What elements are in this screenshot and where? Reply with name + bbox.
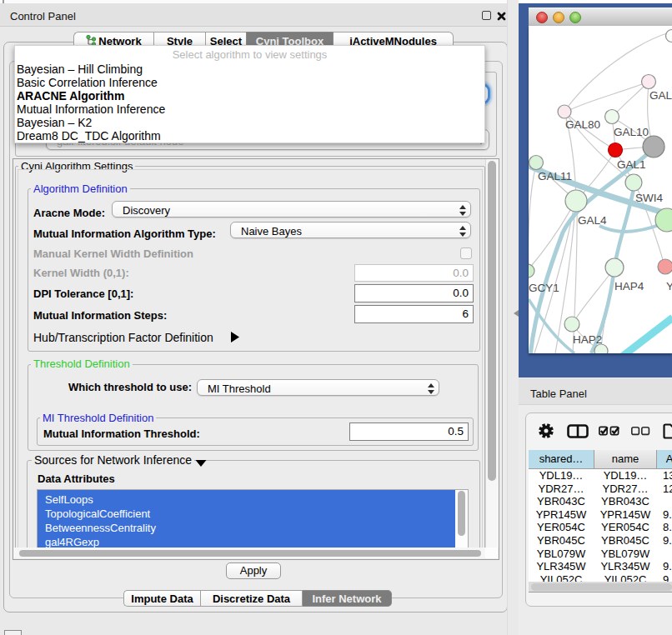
svg-text:GAL7: GAL7 [649,89,672,102]
svg-text:GAL10: GAL10 [614,126,649,138]
svg-text:HAP2: HAP2 [573,333,602,346]
svg-text:SWI4: SWI4 [635,192,663,204]
svg-text:GAL11: GAL11 [538,170,572,182]
svg-text:GAL80: GAL80 [565,118,600,131]
svg-text:HAP4: HAP4 [614,280,644,292]
svg-text:GAL4: GAL4 [578,214,607,227]
svg-text:GAL1: GAL1 [617,158,646,171]
svg-text:Y: Y [666,280,672,292]
svg-text:GCY1: GCY1 [529,282,559,294]
